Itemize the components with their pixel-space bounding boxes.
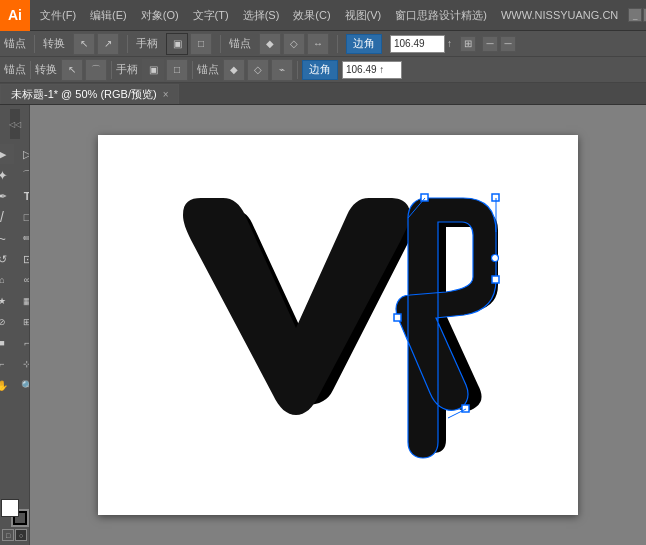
pen-type-tools: ✒ T <box>0 186 30 206</box>
handle-btn2[interactable]: □ <box>190 33 212 55</box>
t2-handle-btn1[interactable]: ▣ <box>142 59 164 81</box>
pen-tool[interactable]: ✒ <box>0 186 14 206</box>
handle-label: 手柄 <box>136 36 158 51</box>
t2-btn-curve[interactable]: ⌒ <box>85 59 107 81</box>
main-area: ◁◁ ▶ ▷ ✦ ⌒ ✒ T / □ ~ ✏ ↺ ⊡ ⌂ ∞ ★ <box>0 105 646 545</box>
menu-file[interactable]: 文件(F) <box>34 6 82 25</box>
t2-sep3 <box>192 61 193 79</box>
rotate-scale-tools: ↺ ⊡ <box>0 249 30 269</box>
symbol-tool[interactable]: ★ <box>0 291 14 311</box>
t2-anchor-btn3[interactable]: ⌁ <box>271 59 293 81</box>
tab-close-button[interactable]: × <box>163 89 169 100</box>
symbol-graph-tools: ★ ▦ <box>0 291 30 311</box>
blend-tool[interactable]: ∞ <box>15 270 30 290</box>
slice-tool[interactable]: ⌐ <box>0 354 14 374</box>
anchor-btn1[interactable]: ◆ <box>259 33 281 55</box>
menu-select[interactable]: 选择(S) <box>237 6 286 25</box>
eyedropper-tool[interactable]: ⊘ <box>0 312 14 332</box>
warp-blend-tools: ⌂ ∞ <box>0 270 30 290</box>
handle-btn1[interactable]: ▣ <box>166 33 188 55</box>
handle-buttons: ▣ □ <box>166 33 212 55</box>
extra-btn3[interactable]: ─ <box>500 36 516 52</box>
graph-tool[interactable]: ▦ <box>15 291 30 311</box>
pencil-tool[interactable]: ✏ <box>15 228 30 248</box>
t2-anchor-btn2[interactable]: ◇ <box>247 59 269 81</box>
anchor-btn3[interactable]: ↔ <box>307 33 329 55</box>
mesh-tool[interactable]: ⊞ <box>15 312 30 332</box>
t2-corner-input[interactable] <box>342 61 402 79</box>
anchor-curve-point <box>492 255 499 262</box>
menu-edit[interactable]: 编辑(E) <box>84 6 133 25</box>
zoom-tool[interactable]: 🔍 <box>15 375 30 395</box>
shape-build-tool[interactable]: ⌐ <box>15 333 30 353</box>
tool-arrow1[interactable]: ↖ <box>73 33 95 55</box>
t2-corner-hl[interactable]: 边角 <box>302 60 338 80</box>
anchor-btn2[interactable]: ◇ <box>283 33 305 55</box>
artboard <box>98 135 578 515</box>
normal-mode-btn[interactable]: □ <box>2 529 14 541</box>
warp-tool[interactable]: ⌂ <box>0 270 14 290</box>
fill-swatch <box>1 499 19 517</box>
left-toolbar: ◁◁ ▶ ▷ ✦ ⌒ ✒ T / □ ~ ✏ ↺ ⊡ ⌂ ∞ ★ <box>0 105 30 545</box>
type-tool[interactable]: T <box>15 186 30 206</box>
anchor-label: 锚点 <box>4 36 26 51</box>
hand-tool[interactable]: ✋ <box>0 375 14 395</box>
mode-buttons: □ ○ <box>2 529 27 541</box>
separator2 <box>127 35 128 53</box>
t2-transform: 转换 <box>35 62 57 77</box>
menu-effect[interactable]: 效果(C) <box>287 6 336 25</box>
menu-type[interactable]: 文字(T) <box>187 6 235 25</box>
crop-tool[interactable]: ⊹ <box>15 354 30 374</box>
t2-handle-btn2[interactable]: □ <box>166 59 188 81</box>
t2-anchor: 锚点 <box>4 62 26 77</box>
magic-wand-tool[interactable]: ✦ <box>0 165 14 185</box>
tool-arrow2[interactable]: ↗ <box>97 33 119 55</box>
canvas-area[interactable] <box>30 105 646 545</box>
t2-anchor-btn1[interactable]: ◆ <box>223 59 245 81</box>
menu-bar: 文件(F) 编辑(E) 对象(O) 文字(T) 选择(S) 效果(C) 视图(V… <box>30 0 628 30</box>
selection-tool[interactable]: ▶ <box>0 144 14 164</box>
slice-crop-tools: ⌐ ⊹ <box>0 354 30 374</box>
line-shape-tools: / □ <box>0 207 30 227</box>
lasso-tool[interactable]: ⌒ <box>15 165 30 185</box>
extra-btn1[interactable]: ⊞ <box>460 36 476 52</box>
direct-select-tool[interactable]: ▷ <box>15 144 30 164</box>
t2-corner-label: 边角 <box>309 62 331 77</box>
t2-handle-group: ▣ □ <box>142 59 188 81</box>
corner-label: 边角 <box>353 36 375 51</box>
menu-view[interactable]: 视图(V) <box>339 6 388 25</box>
anchor-right-mid <box>492 276 499 283</box>
menu-window[interactable]: 窗口思路设计精选) <box>389 6 493 25</box>
separator3 <box>220 35 221 53</box>
document-tab[interactable]: 未标题-1* @ 50% (RGB/预览) × <box>0 84 179 104</box>
scale-tool[interactable]: ⊡ <box>15 249 30 269</box>
menu-object[interactable]: 对象(O) <box>135 6 185 25</box>
ai-logo: Ai <box>0 0 30 31</box>
line-tool[interactable]: / <box>0 207 14 227</box>
corner-value-input[interactable] <box>390 35 445 53</box>
corner-highlight[interactable]: 边角 <box>346 34 382 54</box>
window-controls: _ □ × <box>628 8 646 22</box>
menu-extra[interactable]: WWW.NISSYUANG.CN <box>495 7 624 23</box>
separator4 <box>337 35 338 53</box>
toolbar-collapse[interactable]: ◁◁ <box>10 109 20 139</box>
extra-btn2[interactable]: ─ <box>482 36 498 52</box>
screen-mode-btn[interactable]: ○ <box>15 529 27 541</box>
minimize-button[interactable]: _ <box>628 8 642 22</box>
anchor-label2: 锚点 <box>229 36 251 51</box>
t2-btn-arrow[interactable]: ↖ <box>61 59 83 81</box>
fill-stroke-swatches[interactable] <box>1 499 29 527</box>
gradient-tool[interactable]: ■ <box>0 333 14 353</box>
t2-anchor-group: ◆ ◇ ⌁ <box>223 59 293 81</box>
toolbar-row1: 锚点 转换 ↖ ↗ 手柄 ▣ □ 锚点 ◆ ◇ ↔ 边角 ↑ ⊞ ─ ─ <box>0 31 646 57</box>
corner-value-group: ↑ <box>390 35 452 53</box>
vr-logo-main <box>168 190 508 460</box>
corner-unit: ↑ <box>447 38 452 49</box>
magic-lasso-tools: ✦ ⌒ <box>0 165 30 185</box>
tool-shape-buttons: ↖ ↗ <box>73 33 119 55</box>
brush-tool[interactable]: ~ <box>0 228 14 248</box>
toolbar-row2: 锚点 转换 ↖ ⌒ 手柄 ▣ □ 锚点 ◆ ◇ ⌁ 边角 <box>0 57 646 83</box>
gradient-shape-tools: ■ ⌐ <box>0 333 30 353</box>
rect-tool[interactable]: □ <box>15 207 30 227</box>
rotate-tool[interactable]: ↺ <box>0 249 14 269</box>
